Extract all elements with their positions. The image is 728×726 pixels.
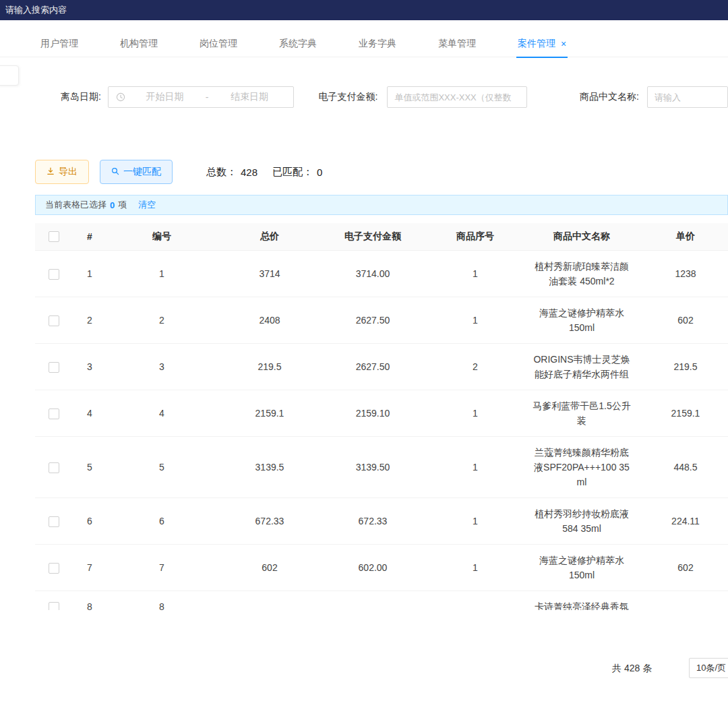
cell-total-price: 219.5 [217,343,322,390]
clear-selection-link[interactable]: 清空 [138,199,156,211]
row-checkbox[interactable] [49,409,59,419]
row-checkbox[interactable] [49,563,59,574]
cell-code: 6 [107,497,217,544]
date-end-input[interactable]: 结束日期 [213,91,286,103]
row-select-cell [35,297,73,343]
cell-product-name: 海蓝之谜修护精萃水 150ml [527,297,636,343]
cell-epay-amount [322,591,423,610]
pagination: 共 428 条 10条/页 [0,658,728,679]
tab-label: 用户管理 [40,38,78,50]
column-header: 商品序号 [423,223,527,250]
cell-product-name: 兰蔻菁纯臻颜精华粉底液SPF20PA+++100 35 ml [527,436,636,497]
clock-icon [116,92,125,102]
cell-epay-amount: 2627.50 [322,297,423,343]
cell-unit-price: 602 [636,544,728,591]
export-icon [47,167,55,177]
column-header: 编号 [107,223,217,250]
table-body: 1 1 3714 3714.00 1 植村秀新琥珀臻萃洁颜油套装 450ml*2… [35,250,728,610]
cell-epay-amount: 3714.00 [322,250,423,297]
cell-unit-price: 448.5 [636,436,728,497]
cell-product-name: ORIGINS韦博士灵芝焕能好底子精华水两件组 [527,343,636,390]
one-click-match-label: 一键匹配 [123,166,161,178]
table-row: 2 2 2408 2627.50 1 海蓝之谜修护精萃水 150ml 602 [35,297,728,343]
cell-epay-amount: 2627.50 [322,343,423,390]
matched-value: 0 [317,167,322,178]
row-checkbox[interactable] [49,462,59,473]
tab[interactable]: 机构管理 [119,30,159,57]
date-range-separator: - [202,92,213,102]
cell-product-seq: 1 [423,297,527,343]
total-value: 428 [241,167,257,178]
tab[interactable]: 系统字典 [278,30,318,57]
column-header: 总价 [217,223,322,250]
cell-product-seq: 1 [423,436,527,497]
one-click-match-button[interactable]: 一键匹配 [100,160,173,184]
page-size-select[interactable]: 10条/页 [689,658,728,678]
cell-epay-amount: 672.33 [322,497,423,544]
row-checkbox[interactable] [49,269,59,280]
date-start-input[interactable]: 开始日期 [128,91,202,103]
tab[interactable]: 案件管理 × [516,30,568,57]
amount-input[interactable] [387,86,527,108]
export-button[interactable]: 导出 [35,160,89,184]
global-search-input[interactable]: 请输入搜索内容 [5,4,67,16]
cell-product-name: 植村秀新琥珀臻萃洁颜油套装 450ml*2 [527,250,636,297]
product-name-filter-label: 商品中文名称: [580,91,639,103]
table-row: 6 6 672.33 672.33 1 植村秀羽纱持妆粉底液 584 35ml … [35,497,728,544]
row-checkbox[interactable] [49,602,59,610]
count-summary: 总数：428 已匹配：0 [206,166,322,179]
table-row: 5 5 3139.5 3139.50 1 兰蔻菁纯臻颜精华粉底液SPF20PA+… [35,436,728,497]
cell-epay-amount: 2159.10 [322,390,423,436]
cell-unit-price [636,591,728,610]
tab[interactable]: 业务字典 [357,30,398,57]
cell-code: 4 [107,390,217,436]
table-row: 4 4 2159.1 2159.10 1 马爹利蓝带干邑1.5公升装 2159.… [35,390,728,436]
cell-total-price: 3139.5 [217,436,322,497]
cell-index: 3 [73,343,107,390]
tab-label: 业务字典 [359,38,396,50]
cell-code: 7 [107,544,217,591]
cell-product-seq [423,591,527,610]
toolbar: 导出 一键匹配 总数：428 已匹配：0 [0,160,728,184]
cell-product-name: 卡诗菁纯亮泽经典香氛 [527,591,636,610]
collapse-panel-handle[interactable] [0,65,19,86]
cell-index: 7 [73,544,107,591]
selection-suffix: 项 [118,199,127,211]
cell-code: 2 [107,297,217,343]
table-row: 8 8 卡诗菁纯亮泽经典香氛 [35,591,728,610]
cell-unit-price: 219.5 [636,343,728,390]
cell-total-price [217,591,322,610]
cell-unit-price: 1238 [636,250,728,297]
date-range-picker[interactable]: 开始日期 - 结束日期 [108,86,295,108]
cell-index: 5 [73,436,107,497]
cell-product-seq: 1 [423,390,527,436]
column-header: # [73,223,107,250]
table-row: 1 1 3714 3714.00 1 植村秀新琥珀臻萃洁颜油套装 450ml*2… [35,250,728,297]
column-header: 电子支付金额 [322,223,423,250]
cell-total-price: 672.33 [217,497,322,544]
select-all-checkbox[interactable] [49,231,59,242]
top-search-bar: 请输入搜索内容 [0,0,728,20]
page-size-value: 10条/页 [696,662,726,674]
column-header: 单价 [636,223,728,250]
matched-label: 已匹配： [272,166,313,179]
selection-bar: 当前表格已选择 0 项 清空 [35,195,728,215]
tab[interactable]: 用户管理 [39,30,80,57]
row-checkbox[interactable] [49,362,59,373]
product-name-input[interactable] [647,86,728,108]
column-header: 商品中文名称 [527,223,636,250]
cell-epay-amount: 602.00 [322,544,423,591]
date-filter-label: 离岛日期: [61,91,101,103]
cell-index: 4 [73,390,107,436]
row-checkbox[interactable] [49,315,59,326]
tab[interactable]: 菜单管理 [437,30,477,57]
tab[interactable]: 岗位管理 [198,30,239,57]
cell-unit-price: 224.11 [636,497,728,544]
cell-total-price: 3714 [217,250,322,297]
cell-product-name: 海蓝之谜修护精萃水 150ml [527,544,636,591]
page: 请输入搜索内容 用户管理 机构管理 岗位管理 系统字典 业务字典 菜单管理 案件… [0,0,728,726]
row-checkbox[interactable] [49,516,59,527]
cell-product-seq: 1 [423,544,527,591]
select-all-header [35,223,73,250]
tab-close-icon[interactable]: × [561,38,566,49]
